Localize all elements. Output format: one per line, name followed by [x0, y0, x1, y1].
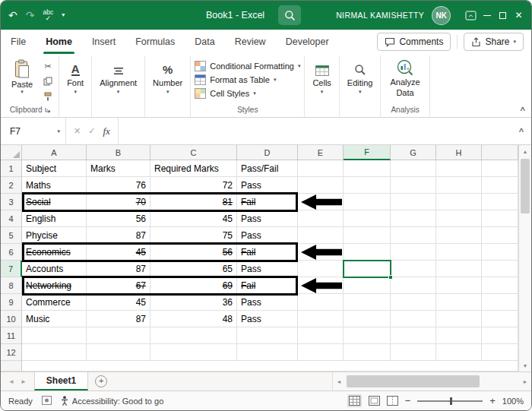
copy-button[interactable] [41, 75, 55, 87]
cut-button[interactable]: ✂ [41, 60, 55, 72]
cell-A10[interactable]: Music [22, 311, 87, 327]
row-header-7[interactable]: 7 [1, 261, 22, 277]
cell-A9[interactable]: Commerce [22, 294, 87, 311]
cell-D3[interactable]: Fail [237, 194, 298, 210]
cell-G6[interactable] [391, 244, 436, 261]
cell-A4[interactable]: English [22, 210, 87, 227]
cell-F4[interactable] [344, 210, 391, 227]
cell-F1[interactable] [344, 160, 391, 177]
cell-B5[interactable]: 87 [87, 227, 150, 244]
cell-A8[interactable]: Networking [22, 277, 87, 294]
horizontal-scrollbar[interactable]: ◄ ► [332, 372, 531, 390]
column-header-F[interactable]: F [344, 145, 391, 160]
cell-H3[interactable] [436, 194, 482, 210]
horizontal-scrollbar-thumb[interactable] [347, 375, 480, 387]
cell-H8[interactable] [436, 277, 482, 294]
cell-G3[interactable] [391, 194, 436, 210]
column-header-B[interactable]: B [87, 145, 150, 160]
cell-F2[interactable] [344, 177, 391, 194]
cell-F3[interactable] [344, 194, 391, 210]
cell-D9[interactable]: Pass [237, 294, 298, 311]
vertical-scrollbar[interactable]: ▲ ▼ [518, 145, 531, 371]
cell-C12[interactable] [150, 344, 237, 361]
cell-C8[interactable]: 69 [150, 277, 237, 294]
cell-C4[interactable]: 45 [150, 210, 237, 227]
minimize-button[interactable] [479, 1, 495, 30]
cell-styles-button[interactable]: Cell Styles ▾ [195, 87, 300, 100]
qat-customize-icon[interactable]: ▾ [62, 12, 65, 18]
cell-E9[interactable] [298, 294, 344, 311]
ribbon-group-editing[interactable]: Editing ▾ [340, 55, 382, 117]
cell-H2[interactable] [436, 177, 482, 194]
select-all-corner[interactable] [1, 145, 22, 160]
cell-A6[interactable]: Economics [22, 244, 87, 261]
scroll-down-icon[interactable]: ▼ [519, 359, 531, 371]
cell-H9[interactable] [436, 294, 482, 311]
ribbon-group-alignment[interactable]: Alignment ▾ [92, 55, 145, 117]
cell-G1[interactable] [391, 160, 436, 177]
cell-G8[interactable] [391, 277, 436, 294]
vertical-scrollbar-thumb[interactable] [521, 159, 530, 213]
next-sheet-icon[interactable]: ► [21, 378, 27, 385]
cell-A3[interactable]: Social [22, 194, 87, 210]
cell-B3[interactable]: 70 [87, 194, 150, 210]
paste-button[interactable]: Paste ▾ [6, 57, 38, 103]
ribbon-tab-data[interactable]: Data [185, 30, 224, 54]
cell-B4[interactable]: 56 [87, 210, 150, 227]
cell-E11[interactable] [298, 327, 344, 344]
conditional-formatting-button[interactable]: Conditional Formatting ▾ [195, 59, 300, 72]
analyze-data-button[interactable]: Analyze Data [385, 57, 425, 97]
cell-B8[interactable]: 67 [87, 277, 150, 294]
cell-H6[interactable] [436, 244, 482, 261]
row-header-1[interactable]: 1 [1, 160, 22, 177]
cell-F7[interactable] [344, 261, 391, 277]
formula-bar-expand-icon[interactable]: ^ [511, 118, 531, 144]
row-header-9[interactable]: 9 [1, 294, 22, 311]
cell-C11[interactable] [150, 327, 237, 344]
ribbon-tab-review[interactable]: Review [225, 30, 276, 54]
cell-B6[interactable]: 45 [87, 244, 150, 261]
scroll-right-icon[interactable]: ► [519, 379, 531, 384]
cell-H5[interactable] [436, 227, 482, 244]
zoom-in-icon[interactable]: + [489, 395, 496, 406]
cell-B11[interactable] [87, 327, 150, 344]
ribbon-group-number[interactable]: % Number ▾ [145, 55, 191, 117]
cell-D2[interactable]: Pass [237, 177, 298, 194]
cell-A12[interactable] [22, 344, 87, 361]
enter-icon[interactable]: ✓ [88, 126, 95, 136]
cell-C2[interactable]: 72 [150, 177, 237, 194]
row-header-5[interactable]: 5 [1, 227, 22, 244]
cell-H11[interactable] [436, 327, 482, 344]
column-header-C[interactable]: C [150, 145, 237, 160]
column-header-H[interactable]: H [436, 145, 482, 160]
cell-C7[interactable]: 65 [150, 261, 237, 277]
row-header-3[interactable]: 3 [1, 194, 22, 210]
page-layout-view-button[interactable] [369, 396, 380, 406]
ribbon-group-font[interactable]: A Font ▾ [59, 55, 92, 117]
cell-G11[interactable] [391, 327, 436, 344]
cell-H1[interactable] [436, 160, 482, 177]
cell-F6[interactable] [344, 244, 391, 261]
column-header-E[interactable]: E [298, 145, 344, 160]
cell-B9[interactable]: 45 [87, 294, 150, 311]
previous-sheet-icon[interactable]: ◄ [8, 378, 14, 385]
cell-F9[interactable] [344, 294, 391, 311]
clipboard-group-label[interactable]: Clipboard [6, 104, 55, 117]
cell-D11[interactable] [237, 327, 298, 344]
zoom-slider[interactable] [417, 400, 483, 402]
format-painter-button[interactable] [41, 90, 55, 103]
ribbon-tab-file[interactable]: File [1, 30, 36, 54]
row-header-6[interactable]: 6 [1, 244, 22, 261]
cell-C10[interactable]: 48 [150, 311, 237, 327]
ribbon-tab-developer[interactable]: Developer [276, 30, 339, 54]
name-box[interactable]: F7 ▾ [1, 118, 66, 144]
cell-E12[interactable] [298, 344, 344, 361]
collapse-ribbon-icon[interactable]: ^ [521, 106, 525, 115]
column-header-A[interactable]: A [22, 145, 87, 160]
accessibility-status[interactable]: Accessibility: Good to go [61, 396, 163, 406]
add-sheet-button[interactable]: + [95, 375, 107, 387]
ribbon-group-cells[interactable]: Cells ▾ [305, 55, 339, 117]
row-header-12[interactable]: 12 [1, 344, 22, 361]
cell-A5[interactable]: Phycise [22, 227, 87, 244]
ribbon-tab-insert[interactable]: Insert [82, 30, 125, 54]
